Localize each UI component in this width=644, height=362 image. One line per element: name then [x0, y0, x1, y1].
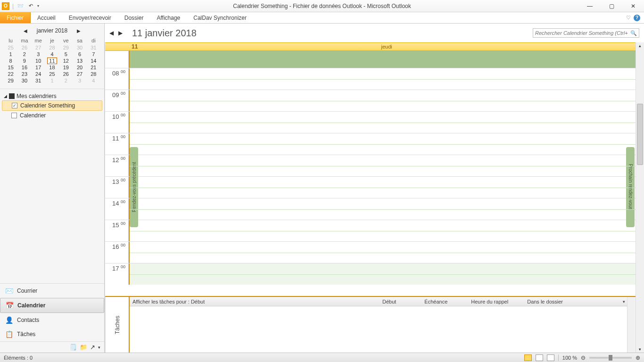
- qat-customize-icon[interactable]: ▾: [37, 4, 39, 8]
- minical-day[interactable]: 12: [59, 58, 73, 64]
- calendar-checkbox[interactable]: [11, 113, 17, 118]
- time-cell[interactable]: [129, 242, 636, 263]
- minical-day[interactable]: 17: [32, 64, 45, 71]
- minical-day[interactable]: 2: [17, 51, 31, 58]
- time-cell[interactable]: [129, 177, 636, 198]
- minical-day[interactable]: 28: [87, 71, 100, 77]
- minical-day[interactable]: 29: [59, 44, 73, 51]
- time-row[interactable]: 11 00: [105, 133, 636, 155]
- time-grid[interactable]: Rendez-vous précédent Prochain rendez-vo…: [105, 68, 636, 296]
- time-cell[interactable]: [129, 90, 636, 111]
- minical-day[interactable]: 27: [73, 71, 86, 77]
- minical-day[interactable]: 3: [73, 77, 86, 84]
- time-row[interactable]: 17 00: [105, 263, 636, 285]
- minimize-button[interactable]: —: [579, 0, 601, 12]
- prev-month-icon[interactable]: ◀: [24, 28, 27, 33]
- undo-icon[interactable]: ↶: [27, 2, 34, 10]
- time-row[interactable]: 15 00: [105, 220, 636, 241]
- minical-day[interactable]: 25: [45, 71, 59, 77]
- time-row[interactable]: 10 00: [105, 111, 636, 133]
- minical-day[interactable]: 1: [4, 51, 17, 58]
- minical-day[interactable]: 18: [45, 64, 59, 71]
- next-month-icon[interactable]: ▶: [77, 28, 81, 33]
- shortcuts-icon[interactable]: ↗: [90, 344, 95, 351]
- minical-day[interactable]: 24: [32, 71, 45, 77]
- time-cell[interactable]: [129, 198, 636, 220]
- minical-day[interactable]: 10: [32, 58, 45, 64]
- collapse-arrow-icon[interactable]: ◢: [4, 94, 7, 99]
- time-row[interactable]: 12 00: [105, 155, 636, 176]
- calendar-group[interactable]: ◢ Mes calendriers: [2, 92, 102, 100]
- minical-day[interactable]: 28: [45, 44, 59, 51]
- search-box[interactable]: 🔍: [533, 28, 639, 38]
- minical-day[interactable]: 14: [87, 58, 100, 64]
- minical-day[interactable]: 22: [4, 71, 17, 77]
- tasks-scrollbar[interactable]: [627, 297, 636, 353]
- maximize-button[interactable]: ▢: [601, 0, 622, 12]
- calendar-checkbox[interactable]: ✓: [12, 103, 17, 108]
- minical-day[interactable]: 1: [45, 77, 59, 84]
- next-day-icon[interactable]: ▶: [118, 30, 123, 36]
- minical-day[interactable]: 26: [17, 44, 31, 51]
- help-icon[interactable]: ?: [634, 15, 640, 21]
- minical-day[interactable]: 7: [87, 51, 100, 58]
- minical-day[interactable]: 11: [45, 58, 59, 64]
- minical-day[interactable]: 30: [17, 77, 31, 84]
- time-cell[interactable]: [129, 112, 636, 133]
- minical-day[interactable]: 4: [45, 51, 59, 58]
- search-icon[interactable]: 🔍: [630, 30, 637, 36]
- time-row[interactable]: 16 00: [105, 241, 636, 263]
- prev-day-icon[interactable]: ◀: [109, 30, 114, 36]
- minical-day[interactable]: 29: [4, 77, 17, 84]
- time-cell[interactable]: [129, 155, 636, 176]
- minical-day[interactable]: 2: [59, 77, 73, 84]
- tasks-col-rappel[interactable]: Heure du rappel: [466, 299, 513, 304]
- time-cell[interactable]: [129, 220, 636, 241]
- minical-day[interactable]: 16: [17, 64, 31, 71]
- minical-day[interactable]: 13: [73, 58, 86, 64]
- tab-caldav[interactable]: CalDav Synchronizer: [187, 12, 253, 23]
- folder-icon[interactable]: 📁: [80, 344, 87, 351]
- view-split-button[interactable]: [547, 354, 554, 361]
- outlook-icon[interactable]: O: [2, 2, 9, 10]
- zoom-in-button[interactable]: ⊕: [636, 354, 640, 361]
- day-scrollbar[interactable]: ▴ ▾: [636, 42, 644, 353]
- tasks-header-dropdown-icon[interactable]: ▾: [623, 299, 627, 304]
- mini-calendar-month[interactable]: janvier 2018: [37, 27, 67, 34]
- minical-day[interactable]: 4: [87, 77, 100, 84]
- minical-day[interactable]: 27: [32, 44, 45, 51]
- time-row[interactable]: 09 00: [105, 90, 636, 111]
- minical-day[interactable]: 20: [73, 64, 86, 71]
- tasks-header[interactable]: Afficher les tâches pour : Début Début É…: [130, 297, 627, 306]
- minical-day[interactable]: 15: [4, 64, 17, 71]
- minical-day[interactable]: 31: [87, 44, 100, 51]
- zoom-slider[interactable]: [589, 357, 632, 359]
- all-day-row[interactable]: [105, 51, 636, 68]
- notes-icon[interactable]: 🗒️: [69, 344, 77, 351]
- nav-contacts[interactable]: 👤 Contacts: [0, 313, 104, 327]
- calendar-tree-item[interactable]: ✓Calendrier Something: [2, 100, 102, 111]
- tasks-col-dossier[interactable]: Dans le dossier: [522, 299, 568, 304]
- tab-folder[interactable]: Dossier: [118, 12, 150, 23]
- minical-day[interactable]: 30: [73, 44, 86, 51]
- view-reading-button[interactable]: [536, 354, 543, 361]
- minical-day[interactable]: 23: [17, 71, 31, 77]
- tasks-col-echeance[interactable]: Échéance: [420, 299, 452, 304]
- group-checkbox[interactable]: [9, 93, 15, 99]
- close-button[interactable]: ✕: [622, 0, 644, 12]
- time-cell[interactable]: [129, 133, 636, 155]
- time-cell[interactable]: [129, 68, 636, 90]
- nav-calendar[interactable]: 📅 Calendrier: [0, 298, 104, 313]
- send-receive-icon[interactable]: 📨: [17, 2, 24, 10]
- minical-day[interactable]: 6: [73, 51, 86, 58]
- time-row[interactable]: 08 00: [105, 68, 636, 90]
- nav-tasks[interactable]: 📋 Tâches: [0, 327, 104, 341]
- time-cell[interactable]: [129, 263, 636, 285]
- minical-day[interactable]: 25: [4, 44, 17, 51]
- ribbon-heart-icon[interactable]: ♡: [626, 15, 631, 21]
- tab-view[interactable]: Affichage: [150, 12, 187, 23]
- minical-day[interactable]: 31: [32, 77, 45, 84]
- time-row[interactable]: 14 00: [105, 198, 636, 220]
- tasks-col-debut[interactable]: Début: [378, 299, 401, 304]
- tab-send-receive[interactable]: Envoyer/recevoir: [62, 12, 118, 23]
